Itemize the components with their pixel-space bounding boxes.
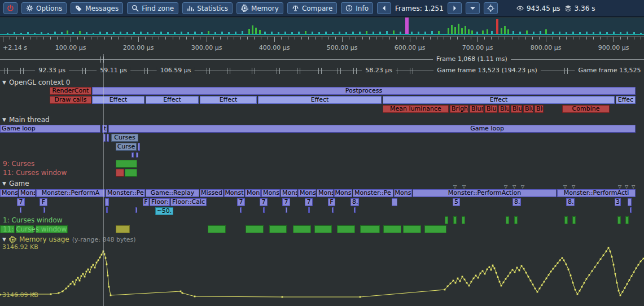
frame-histogram-bar[interactable] (572, 32, 574, 34)
zone-monst[interactable]: Monst (261, 189, 280, 197)
frame-histogram-bar[interactable] (7, 33, 8, 34)
frame-histogram-bar[interactable] (312, 32, 313, 34)
zone-effect[interactable]: Effect (200, 96, 257, 104)
zone-bar[interactable] (107, 134, 109, 142)
frame-histogram-bar[interactable] (471, 30, 473, 34)
frame-histogram-bar[interactable] (79, 31, 81, 34)
zone-5[interactable]: 5 (453, 198, 460, 206)
frame-label[interactable]: 59.11 μs (97, 67, 130, 74)
zone-bar[interactable] (572, 216, 576, 224)
prev-frame-button[interactable] (377, 2, 391, 14)
frame-histogram-bar[interactable] (154, 32, 155, 34)
zone-bar[interactable] (506, 216, 509, 224)
frame-label[interactable]: 92.33 μs (35, 67, 69, 74)
collapsed-zone-marker-icon[interactable]: ▽ (625, 184, 628, 189)
toolbar-button-info[interactable]: Info (341, 2, 373, 14)
frame-histogram-bar[interactable] (318, 32, 320, 34)
frame-histogram-bar[interactable] (540, 31, 541, 34)
frame-histogram-bar[interactable] (431, 31, 433, 34)
frame-histogram-bar[interactable] (496, 19, 498, 34)
section-header-memory[interactable]: ▼ Memory usage (y-range: 848 bytes) (2, 235, 136, 243)
frame-histogram-bar[interactable] (126, 32, 128, 34)
frame-histogram-bar[interactable] (359, 32, 361, 34)
frame-histogram-bar[interactable] (424, 32, 426, 34)
zone-7[interactable]: 7 (260, 198, 268, 206)
zone-monster-performa[interactable]: Monster::PerformA (36, 189, 105, 197)
zone-bar[interactable] (136, 152, 138, 158)
zone-bar[interactable] (240, 207, 242, 213)
frame-histogram-bar[interactable] (67, 30, 68, 34)
frame-histogram-bar[interactable] (566, 32, 567, 34)
zone-floor-calc[interactable]: Floor::Calc (170, 198, 207, 206)
zone-mons[interactable]: Mons (394, 189, 412, 197)
frame-histogram-bar[interactable] (167, 32, 169, 34)
frame-label[interactable]: Frame 1,068 (1.11 ms) (433, 55, 511, 63)
frame-histogram-bar[interactable] (519, 32, 521, 34)
zone-bar[interactable] (424, 225, 446, 233)
frame-histogram-bar[interactable] (147, 32, 148, 34)
zone-game-replay[interactable]: Game::Replay (146, 189, 199, 197)
zone-monste[interactable]: Monste (298, 189, 316, 197)
zone-bar[interactable] (383, 225, 401, 233)
frame-histogram-bar[interactable] (242, 31, 243, 34)
zone-monst[interactable]: Monst (245, 189, 261, 197)
frame-histogram-bar[interactable] (366, 31, 367, 34)
frame-histogram-bar[interactable] (345, 32, 347, 34)
frame-histogram-bar[interactable] (140, 32, 142, 34)
frame-histogram-bar[interactable] (386, 31, 388, 34)
frame-histogram-bar[interactable] (332, 32, 334, 34)
zone-combine[interactable]: Combine (562, 105, 610, 113)
frame-histogram-bar[interactable] (252, 25, 253, 34)
zone-3[interactable]: 3 (615, 198, 621, 206)
zone-bar[interactable] (332, 207, 334, 213)
frame-histogram-bar[interactable] (400, 32, 401, 34)
frame-histogram-bar[interactable] (228, 32, 230, 34)
zone-bar[interactable] (354, 207, 356, 213)
frame-histogram-bar[interactable] (559, 32, 560, 34)
zone-bar[interactable] (105, 198, 109, 206)
frame-histogram-bar[interactable] (194, 32, 196, 34)
zone-bar[interactable] (403, 225, 421, 233)
zone-bar[interactable] (286, 207, 287, 213)
frame-histogram-bar[interactable] (174, 32, 176, 34)
frame-histogram-bar[interactable] (160, 32, 162, 34)
frame-histogram-bar[interactable] (99, 32, 101, 34)
zone-f[interactable]: F (328, 198, 335, 206)
frame-histogram-bar[interactable] (106, 32, 108, 34)
frame-histogram-bar[interactable] (487, 29, 488, 34)
game-frame-band[interactable]: 92.33 μs59.11 μs106.59 μs58.23 μsGame fr… (0, 66, 644, 75)
frame-histogram-bar[interactable] (418, 32, 419, 34)
frame-histogram-bar[interactable] (507, 29, 509, 34)
frame-histogram-bar[interactable] (34, 33, 36, 34)
zone-floor[interactable]: Floor: (150, 198, 170, 206)
zone-blur[interactable]: Blur (511, 105, 522, 113)
frame-histogram-bar[interactable] (451, 25, 453, 34)
frame-histogram-bar[interactable] (526, 30, 528, 34)
frame-histogram-bar[interactable] (461, 28, 463, 34)
frame-histogram-bar[interactable] (482, 30, 484, 34)
frame-histogram-bar[interactable] (640, 33, 642, 34)
frame-histogram-bar[interactable] (271, 32, 273, 34)
zone-blur[interactable]: Blur (498, 105, 510, 113)
frame-histogram-bar[interactable] (627, 32, 628, 34)
frame-histogram-bar[interactable] (248, 29, 250, 34)
zone-monste[interactable]: Monste (317, 189, 334, 197)
section-header-opengl[interactable]: ▼ OpenGL context 0 (2, 78, 70, 86)
frame-histogram-bar[interactable] (352, 32, 354, 34)
section-header-main-thread[interactable]: ▼ Main thread (2, 116, 50, 124)
zone-bar[interactable] (630, 207, 632, 213)
frame-histogram-bar[interactable] (113, 32, 115, 34)
zone-mons[interactable]: Mons (334, 189, 352, 197)
frame-histogram-bar[interactable] (47, 33, 49, 34)
frame-histogram-bar[interactable] (405, 18, 409, 34)
frame-set-dropdown-button[interactable] (466, 2, 480, 14)
collapsed-zone-marker-icon[interactable]: ▽ (618, 184, 621, 189)
zone-bar[interactable] (116, 225, 130, 233)
zone-7[interactable]: 7 (305, 198, 313, 206)
frame-histogram-bar[interactable] (208, 31, 209, 34)
frame-histogram-bar[interactable] (476, 32, 478, 34)
toolbar-button-memory[interactable]: Memory (236, 2, 283, 14)
frame-histogram-bar[interactable] (72, 32, 74, 34)
zone-bar[interactable] (208, 225, 226, 233)
frame-histogram-bar[interactable] (284, 32, 286, 34)
